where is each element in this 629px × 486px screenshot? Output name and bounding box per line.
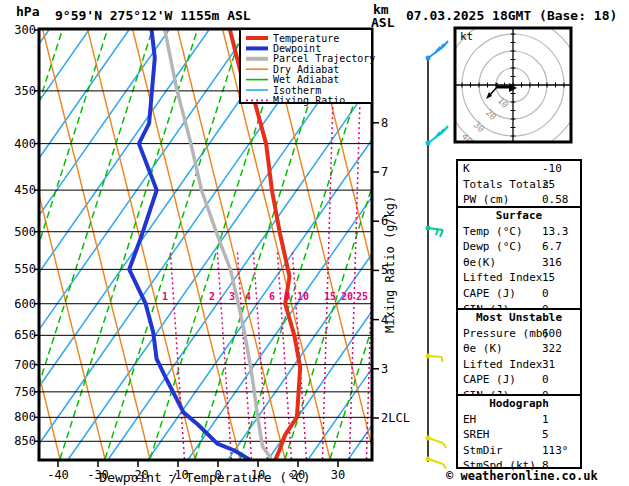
- mixing-axis-label: Mixing Ratio (g/kg): [383, 196, 397, 333]
- surface-box: SurfaceTemp (°C)13.3Dewp (°C)6.7θe(K)316…: [456, 206, 582, 312]
- pressure-tick-label: 700: [14, 358, 36, 372]
- copyright: © weatheronline.co.uk: [446, 469, 598, 483]
- km-tick-label: 3: [381, 362, 388, 376]
- mixing-ratio-label: 6: [269, 291, 275, 302]
- legend-label: Isotherm: [273, 85, 321, 96]
- info-value: 322: [542, 341, 562, 357]
- info-row: Totals Totals25: [458, 177, 580, 193]
- info-label: Lifted Index: [463, 357, 542, 373]
- pressure-tick-label: 300: [14, 23, 36, 37]
- dry-adiabat-line: [0, 30, 15, 459]
- pressure-tick-label: 750: [14, 385, 36, 399]
- section-title: Surface: [458, 208, 580, 224]
- section-title: Most Unstable: [458, 310, 580, 326]
- pressure-tick-label: 500: [14, 225, 36, 239]
- info-label: θe (K): [463, 341, 503, 357]
- info-label: Temp (°C): [463, 224, 523, 240]
- hodograph-ring-label: 10: [496, 95, 511, 110]
- info-row: θe(K)316: [458, 255, 580, 271]
- km-tick-label: 8: [381, 116, 388, 130]
- series-dewpoint: [129, 30, 248, 459]
- info-label: Totals Totals: [463, 177, 549, 193]
- wind-barb: [426, 126, 449, 146]
- hodograph-ring-label: 30: [472, 119, 487, 134]
- info-label: Lifted Index: [463, 270, 542, 286]
- info-label: CAPE (J): [463, 286, 516, 302]
- indices-box: K-10Totals Totals25PW (cm)0.58: [456, 159, 582, 210]
- info-row: Lifted Index31: [458, 357, 580, 373]
- legend: TemperatureDewpointParcel TrajectoryDry …: [240, 29, 375, 106]
- section-title: Hodograph: [458, 396, 580, 412]
- x-axis-label: Dewpoint / Temperature (°C): [99, 470, 310, 485]
- hodograph-unit-label: kt: [460, 30, 473, 43]
- info-value: 6.7: [542, 239, 562, 255]
- info-row: Temp (°C)13.3: [458, 224, 580, 240]
- info-value: 13.3: [542, 224, 569, 240]
- pressure-tick-label: 850: [14, 434, 36, 448]
- mixing-ratio-label: 2: [209, 291, 215, 302]
- most-unstable-box: Most UnstablePressure (mb)600θe (K)322Li…: [456, 308, 582, 398]
- info-label: K: [463, 161, 470, 177]
- mixing-ratio-line: [217, 252, 231, 459]
- mixing-ratio-label: 10: [297, 291, 309, 302]
- legend-label: Dewpoint: [273, 43, 321, 54]
- dry-adiabat-line: [358, 30, 465, 459]
- wind-barb: [426, 41, 449, 61]
- info-row: θe (K)322: [458, 341, 580, 357]
- info-row: Dewp (°C)6.7: [458, 239, 580, 255]
- dry-adiabat-line: [133, 30, 240, 459]
- hodograph: 10203040kt: [445, 17, 581, 153]
- mixing-ratio-label: 20: [341, 291, 353, 302]
- info-value: 600: [542, 326, 562, 342]
- hodograph-box: HodographEH1SREH5StmDir113°StmSpd (kt)8: [456, 394, 582, 469]
- pressure-tick-label: 450: [14, 183, 36, 197]
- temp-tick-label: 30: [331, 468, 345, 482]
- info-value: 1: [542, 412, 549, 428]
- mixing-ratio-label: 8: [284, 291, 290, 302]
- km-tick-label: 7: [381, 165, 388, 179]
- temp-tick-label: -40: [47, 468, 69, 482]
- legend-label: Mixing Ratio: [273, 95, 345, 106]
- info-value: 5: [542, 427, 549, 443]
- info-label: StmDir: [463, 443, 503, 459]
- pressure-tick-label: 400: [14, 137, 36, 151]
- wind-barb-column: [426, 41, 449, 469]
- info-value: 15: [542, 270, 555, 286]
- info-label: SREH: [463, 427, 490, 443]
- pressure-tick-label: 650: [14, 328, 36, 342]
- info-row: CAPE (J)0: [458, 372, 580, 388]
- legend-label: Parcel Trajectory: [273, 53, 375, 64]
- info-value: 0: [542, 372, 549, 388]
- mixing-ratio-label: 1: [162, 291, 168, 302]
- info-row: Pressure (mb)600: [458, 326, 580, 342]
- pressure-tick-label: 600: [14, 297, 36, 311]
- info-value: 31: [542, 357, 555, 373]
- mixing-ratio-label: 3: [229, 291, 235, 302]
- mixing-ratio-line: [170, 252, 184, 459]
- info-value: 316: [542, 255, 562, 271]
- info-row: Lifted Index15: [458, 270, 580, 286]
- pressure-tick-label: 800: [14, 410, 36, 424]
- info-row: SREH5: [458, 427, 580, 443]
- mixing-ratio-label: 4: [245, 291, 251, 302]
- info-value: 25: [542, 177, 555, 193]
- info-label: θe(K): [463, 255, 496, 271]
- mixing-ratio-label: 15: [324, 291, 336, 302]
- info-label: EH: [463, 412, 476, 428]
- hodograph-ring-label: 40: [460, 131, 475, 146]
- hodograph-ring-label: 20: [484, 107, 499, 122]
- info-row: CAPE (J)0: [458, 286, 580, 302]
- km-tick-label: 2LCL: [381, 411, 410, 425]
- legend-label: Dry Adiabat: [273, 64, 339, 75]
- info-label: Dewp (°C): [463, 239, 523, 255]
- info-value: -10: [542, 161, 562, 177]
- info-value: 0: [542, 286, 549, 302]
- pressure-tick-label: 550: [14, 262, 36, 276]
- info-label: CAPE (J): [463, 372, 516, 388]
- info-row: K-10: [458, 161, 580, 177]
- mixing-ratio-label: 25: [356, 291, 368, 302]
- legend-label: Temperature: [273, 33, 339, 44]
- pressure-tick-label: 350: [14, 84, 36, 98]
- info-row: EH1: [458, 412, 580, 428]
- wind-barb: [426, 457, 447, 470]
